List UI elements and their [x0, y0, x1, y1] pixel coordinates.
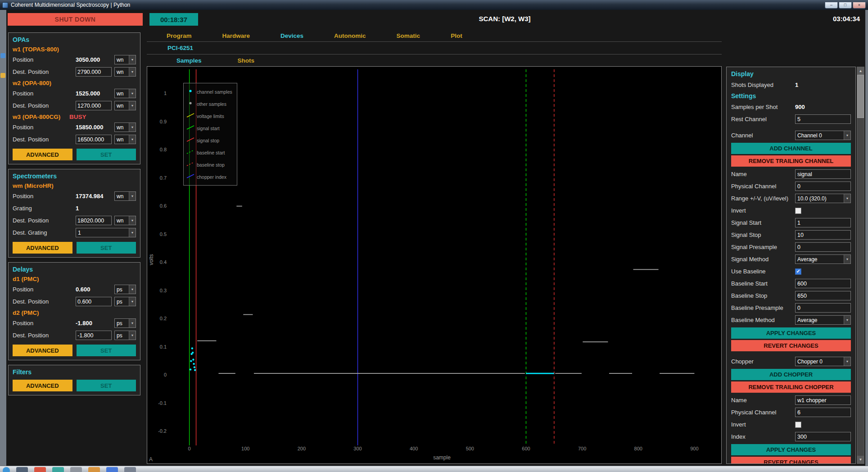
chopper-select[interactable]: Chopper 0 ▼	[795, 357, 851, 366]
autoscale-button[interactable]: A	[149, 456, 153, 463]
revert-chopper-changes-button[interactable]: REVERT CHANGES	[731, 457, 851, 464]
dest-position-input[interactable]	[76, 67, 112, 77]
units-combo[interactable]: wn ▼	[114, 101, 136, 110]
legend-marker	[185, 124, 195, 132]
units-combo[interactable]: ps ▼	[114, 318, 136, 328]
advanced-button[interactable]: ADVANCED	[13, 345, 72, 356]
signal-start-input[interactable]	[795, 218, 851, 227]
legend-marker	[185, 149, 195, 156]
units-combo[interactable]: wn ▼	[114, 67, 136, 77]
taskbar-icon[interactable]	[70, 467, 82, 472]
revert-changes-button[interactable]: REVERT CHANGES	[731, 340, 851, 351]
tab-hardware[interactable]: Hardware	[222, 32, 250, 39]
scroll-up-button[interactable]: ▲	[857, 67, 864, 75]
set-button[interactable]: SET	[77, 380, 136, 391]
use-baseline-checkbox[interactable]: ✓	[795, 268, 801, 275]
taskbar[interactable]	[0, 466, 868, 472]
svg-text:0.5: 0.5	[160, 231, 167, 237]
units-combo[interactable]: wn ▼	[114, 135, 136, 144]
baseline-stop-input[interactable]	[795, 291, 851, 300]
remove-trailing-chopper-button[interactable]: REMOVE TRAILING CHOPPER	[731, 381, 851, 393]
baseline-start-input[interactable]	[795, 279, 851, 288]
invert-row: Invert ✓	[731, 204, 851, 217]
tab-devices[interactable]: Devices	[280, 32, 303, 39]
taskbar-icon[interactable]	[16, 467, 28, 472]
dest-grating-select[interactable]: 1 ▼	[76, 228, 136, 237]
units-combo[interactable]: wn ▼	[114, 123, 136, 132]
svg-text:0.3: 0.3	[160, 288, 167, 293]
samples-plot[interactable]: -0.2-0.100.10.20.30.40.50.60.70.80.91010…	[147, 66, 722, 464]
scrollbar-track[interactable]	[857, 75, 864, 456]
physical-channel-input[interactable]	[795, 182, 851, 191]
apply-changes-button[interactable]: APPLY CHANGES	[731, 327, 851, 339]
units-combo[interactable]: wn ▼	[114, 89, 136, 98]
signal-stop-input[interactable]	[795, 230, 851, 240]
chevron-down-icon: ▼	[129, 68, 136, 76]
units-combo[interactable]: wn ▼	[114, 216, 136, 225]
close-button[interactable]: ×	[853, 2, 866, 9]
chopper-name-input[interactable]	[795, 395, 851, 405]
selected-option: ps	[115, 319, 129, 327]
tab-somatic[interactable]: Somatic	[397, 32, 420, 39]
invert-checkbox[interactable]: ✓	[795, 208, 801, 214]
start-orb[interactable]	[3, 467, 10, 472]
set-button[interactable]: SET	[77, 149, 136, 160]
remove-trailing-channel-button[interactable]: REMOVE TRAILING CHANNEL	[731, 155, 851, 167]
taskbar-icon[interactable]	[88, 467, 100, 472]
taskbar-icon[interactable]	[106, 467, 118, 472]
scrollbar-thumb[interactable]	[857, 75, 864, 118]
dest-position-input[interactable]	[76, 101, 112, 110]
set-button[interactable]: SET	[77, 345, 136, 356]
add-chopper-button[interactable]: ADD CHOPPER	[731, 369, 851, 380]
apply-chopper-changes-button[interactable]: APPLY CHANGES	[731, 444, 851, 455]
chopper-index-input[interactable]	[795, 432, 851, 441]
advanced-button[interactable]: ADVANCED	[13, 149, 72, 160]
taskbar-icon[interactable]	[34, 467, 46, 472]
maximize-button[interactable]: □	[839, 2, 852, 9]
units-combo[interactable]: ps ▼	[114, 285, 136, 294]
shutdown-button[interactable]: SHUT DOWN	[8, 13, 143, 26]
add-channel-button[interactable]: ADD CHANNEL	[731, 143, 851, 154]
scroll-down-button[interactable]: ▼	[857, 456, 864, 463]
units-combo[interactable]: wn ▼	[114, 55, 136, 64]
advanced-button[interactable]: ADVANCED	[13, 242, 72, 254]
advanced-button[interactable]: ADVANCED	[13, 380, 72, 391]
units-combo[interactable]: wn ▼	[114, 191, 136, 201]
app-window: SHUT DOWN 00:18:37 SCAN: [W2, W3] 03:04:…	[6, 10, 865, 466]
right-panel-scrollbar[interactable]: ▲ ▼	[857, 67, 864, 464]
device-subtabs: Samples Shots	[147, 54, 722, 66]
dest-position-input[interactable]	[76, 135, 112, 144]
units-combo[interactable]: ps ▼	[114, 331, 136, 340]
tab-program[interactable]: Program	[167, 32, 192, 39]
legend-marker	[185, 136, 195, 144]
baseline-presample-input[interactable]	[795, 303, 851, 313]
signal-presample-input[interactable]	[795, 242, 851, 252]
legend-marker	[185, 161, 195, 168]
desktop-icon[interactable]	[0, 53, 5, 58]
tab-plot[interactable]: Plot	[451, 32, 462, 39]
minimize-button[interactable]: –	[825, 2, 838, 9]
taskbar-icon[interactable]	[124, 467, 136, 472]
hardware-label: d2 (PMC)	[13, 309, 39, 316]
baseline-method-select[interactable]: Average ▼	[795, 315, 851, 325]
tab-autonomic[interactable]: Autonomic	[334, 32, 366, 39]
taskbar-icon[interactable]	[52, 467, 64, 472]
chopper-invert-checkbox[interactable]: ✓	[795, 422, 801, 428]
signal-method-select[interactable]: Average ▼	[795, 254, 851, 264]
svg-text:sample: sample	[433, 454, 451, 461]
dest-position-input[interactable]	[76, 297, 112, 306]
dest-position-input[interactable]	[76, 216, 112, 225]
tab-shots[interactable]: Shots	[238, 57, 255, 64]
range-select[interactable]: 10.0 (320.0) ▼	[795, 194, 851, 203]
units-combo[interactable]: ps ▼	[114, 297, 136, 306]
set-button[interactable]: SET	[77, 242, 136, 254]
svg-text:volts: volts	[148, 254, 154, 265]
tab-samples[interactable]: Samples	[176, 57, 202, 64]
channel-select[interactable]: Channel 0 ▼	[795, 131, 851, 140]
chevron-down-icon: ▼	[844, 131, 850, 140]
rest-channel-input[interactable]	[795, 114, 851, 124]
channel-name-input[interactable]	[795, 169, 851, 179]
desktop-icon[interactable]	[0, 73, 5, 78]
dest-position-input[interactable]	[76, 331, 112, 340]
chopper-physical-channel-input[interactable]	[795, 408, 851, 417]
